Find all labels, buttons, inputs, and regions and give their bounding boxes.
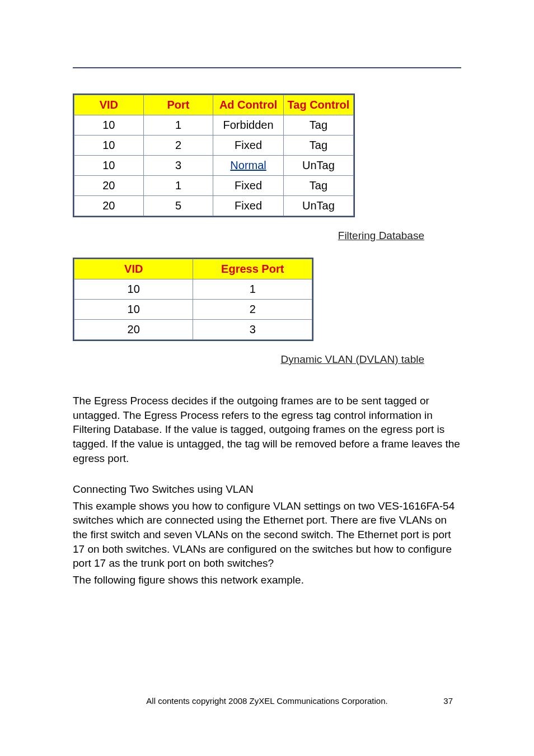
table-header-row: VID Port Ad Control Tag Control <box>74 95 354 115</box>
table-row: 101 <box>74 279 312 300</box>
col-header-egress-port: Egress Port <box>193 259 312 279</box>
cell-ad-control: Fixed <box>213 176 283 196</box>
cell-tag-control: Tag <box>283 136 353 156</box>
cell-egress-port: 2 <box>193 300 312 320</box>
col-header-tag-control: Tag Control <box>283 95 353 115</box>
cell-vid: 10 <box>74 279 193 300</box>
connecting-switches-tail: The following figure shows this network … <box>73 573 461 587</box>
cell-tag-control: Tag <box>283 115 353 136</box>
cell-port: 1 <box>143 176 213 196</box>
cell-vid: 10 <box>74 300 193 320</box>
cell-tag-control: UnTag <box>283 156 353 176</box>
connecting-switches-body: This example shows you how to configure … <box>73 499 461 571</box>
ad-control-link[interactable]: Normal <box>230 159 266 171</box>
cell-port: 2 <box>143 136 213 156</box>
dvlan-table: VID Egress Port 101102203 <box>74 259 312 340</box>
cell-port: 3 <box>143 156 213 176</box>
cell-vid: 10 <box>74 136 144 156</box>
col-header-port: Port <box>143 95 213 115</box>
document-page: VID Port Ad Control Tag Control 101Forbi… <box>0 0 534 756</box>
cell-tag-control: Tag <box>283 176 353 196</box>
page-footer: All contents copyright 2008 ZyXEL Commun… <box>0 696 534 706</box>
cell-ad-control[interactable]: Normal <box>213 156 283 176</box>
table-row: 203 <box>74 320 312 340</box>
cell-vid: 10 <box>74 115 144 136</box>
cell-egress-port: 3 <box>193 320 312 340</box>
dvlan-table-wrap: VID Egress Port 101102203 <box>73 258 313 341</box>
table-row: 101ForbiddenTag <box>74 115 354 136</box>
col-header-ad-control: Ad Control <box>213 95 283 115</box>
cell-port: 5 <box>143 196 213 216</box>
cell-vid: 20 <box>74 320 193 340</box>
cell-port: 1 <box>143 115 213 136</box>
connecting-switches-heading: Connecting Two Switches using VLAN <box>73 482 461 497</box>
cell-vid: 20 <box>74 176 144 196</box>
table-row: 201FixedTag <box>74 176 354 196</box>
cell-vid: 10 <box>74 156 144 176</box>
table-row: 205FixedUnTag <box>74 196 354 216</box>
body-text: The Egress Process decides if the outgoi… <box>73 394 461 587</box>
cell-egress-port: 1 <box>193 279 312 300</box>
col-header-vid: VID <box>74 259 193 279</box>
egress-process-paragraph: The Egress Process decides if the outgoi… <box>73 394 461 465</box>
cell-ad-control: Fixed <box>213 196 283 216</box>
table-header-row: VID Egress Port <box>74 259 312 279</box>
cell-ad-control: Fixed <box>213 136 283 156</box>
cell-tag-control: UnTag <box>283 196 353 216</box>
table-row: 103NormalUnTag <box>74 156 354 176</box>
table-row: 102 <box>74 300 312 320</box>
footer-copyright: All contents copyright 2008 ZyXEL Commun… <box>146 696 387 706</box>
footer-page-number: 37 <box>443 696 453 706</box>
filtering-database-table: VID Port Ad Control Tag Control 101Forbi… <box>74 95 354 216</box>
dvlan-caption: Dynamic VLAN (DVLAN) table <box>73 353 424 366</box>
filtering-database-table-wrap: VID Port Ad Control Tag Control 101Forbi… <box>73 94 355 217</box>
cell-vid: 20 <box>74 196 144 216</box>
table-row: 102FixedTag <box>74 136 354 156</box>
cell-ad-control: Forbidden <box>213 115 283 136</box>
col-header-vid: VID <box>74 95 144 115</box>
header-divider <box>73 67 461 68</box>
filtering-database-caption: Filtering Database <box>73 230 424 242</box>
